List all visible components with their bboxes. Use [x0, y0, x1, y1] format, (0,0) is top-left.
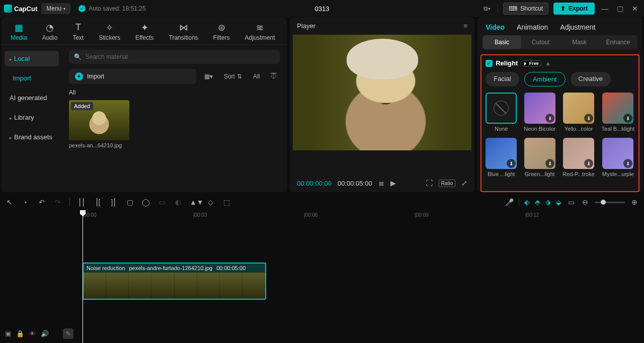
snap-edge-icon[interactable]: ⬙	[556, 198, 561, 206]
relight-tab-facial[interactable]: Facial	[486, 72, 519, 87]
snap-right-icon[interactable]: ⬗	[545, 198, 551, 206]
play-button[interactable]: ▶	[390, 179, 396, 187]
subtab-cutout[interactable]: Cutout	[521, 35, 560, 49]
media-side-nav: ▸Local Import AI generated ▸Library ▸Bra…	[2, 45, 62, 192]
reframe-tool[interactable]: ⬚	[222, 198, 231, 206]
relight-section: ✓ Relight ⏵ Free ▴ Facial Ambient Creati…	[480, 54, 639, 192]
preset-none[interactable]: None	[486, 93, 517, 132]
timeline: ▣ 🔒 👁 🔊 ✎ |00:00 |00:03 |00:06 |00:09 |0…	[0, 210, 644, 343]
preset-green-light[interactable]: ⬇Green...light	[524, 138, 555, 177]
track-mute-icon[interactable]: 🔊	[41, 330, 49, 337]
snap-center-icon[interactable]: ⬘	[535, 198, 540, 206]
project-name[interactable]: 0313	[315, 5, 330, 13]
split-right-tool[interactable]: ]⎮	[109, 198, 118, 206]
search-input[interactable]: 🔍 Search material	[69, 50, 280, 64]
sidebar-item-import[interactable]: Import	[5, 70, 59, 86]
playhead[interactable]	[83, 210, 83, 343]
tab-audio[interactable]: ◔Audio	[40, 21, 60, 42]
tab-media[interactable]: ▦Media	[9, 21, 29, 42]
tab-adjustment[interactable]: ≋Adjustment	[243, 21, 277, 42]
maximize-button[interactable]: ▢	[615, 5, 625, 13]
fullscreen-icon[interactable]: ⤢	[461, 179, 467, 187]
player-menu-icon[interactable]: ≡	[464, 22, 468, 30]
collapse-icon[interactable]: ▴	[546, 59, 550, 67]
mask-tool[interactable]: ◯	[141, 198, 150, 206]
sidebar-item-library[interactable]: ▸Library	[5, 110, 59, 125]
subtab-enhance[interactable]: Enhance	[599, 35, 637, 49]
view-mode-button[interactable]: ▦▾	[201, 71, 216, 82]
preset-teal-backlight[interactable]: ⬇Teal B...klight	[602, 93, 634, 132]
relight-tab-creative[interactable]: Creative	[571, 72, 611, 87]
tab-stickers[interactable]: ✧Stickers	[97, 21, 122, 42]
zoom-slider[interactable]	[595, 202, 625, 203]
text-icon: T	[75, 22, 81, 32]
speed-tool[interactable]: ◐	[174, 198, 183, 206]
tab-effects[interactable]: ✦Effects	[133, 21, 155, 42]
clip-badge: Noise reduction	[87, 265, 125, 271]
layout-icon[interactable]: ⧉▾	[481, 4, 493, 13]
preset-yellow-color[interactable]: ⬇Yello...color	[562, 93, 594, 132]
zoom-in-icon[interactable]: ⊕	[630, 198, 639, 206]
relight-tab-ambient[interactable]: Ambient	[524, 72, 566, 87]
time-ruler[interactable]: |00:00 |00:03 |00:06 |00:09 |00:12	[78, 210, 644, 222]
undo-button[interactable]: ↶	[37, 198, 46, 206]
rotate-tool[interactable]: ◇	[206, 198, 215, 206]
sidebar-item-brand[interactable]: ▸Brand assets	[5, 129, 59, 145]
check-icon: ✓	[78, 5, 86, 12]
sort-button[interactable]: Sort ⇅	[221, 71, 245, 82]
clip-thumbnails	[84, 273, 265, 299]
tab-adjustment-right[interactable]: Adjustment	[560, 23, 595, 31]
keyboard-icon: ⌨	[509, 5, 517, 12]
autosave-status: ✓ Auto saved: 18:51:25	[78, 5, 145, 12]
tab-video[interactable]: Video	[486, 23, 505, 31]
subtab-mask[interactable]: Mask	[560, 35, 599, 49]
download-icon: ⬇	[507, 159, 516, 168]
close-button[interactable]: ✕	[630, 5, 640, 13]
video-preview[interactable]	[293, 35, 471, 150]
filter-all-button[interactable]: All	[250, 71, 263, 82]
minimize-button[interactable]: —	[600, 5, 610, 13]
media-thumbnail[interactable]: Added pexels-an...64210.jpg	[69, 100, 129, 148]
display-icon[interactable]: ▭	[567, 198, 576, 206]
timeline-tracks[interactable]: |00:00 |00:03 |00:06 |00:09 |00:12 Noise…	[78, 210, 644, 343]
import-button[interactable]: + Import	[69, 69, 196, 84]
pointer-tool[interactable]: ↖	[5, 198, 14, 206]
sidebar-item-ai[interactable]: AI generated	[5, 90, 59, 106]
timeline-clip[interactable]: Noise reduction pexels-andre-furtado-126…	[83, 263, 266, 300]
ratio-button[interactable]: Ratio	[439, 180, 455, 187]
preset-blue-light[interactable]: ⬇Blue ...light	[486, 138, 517, 177]
filter-icon-button[interactable]: ⏁	[268, 71, 280, 82]
preset-red-stroke[interactable]: ⬇Red-P...troke	[562, 138, 594, 177]
crop-tool[interactable]: ▢	[125, 198, 134, 206]
zoom-out-icon[interactable]: ⊖	[581, 198, 590, 206]
shortcut-button[interactable]: ⌨ Shortcut	[503, 3, 548, 15]
subtab-basic[interactable]: Basic	[482, 35, 521, 49]
track-lock-icon[interactable]: 🔒	[16, 330, 24, 337]
tab-animation[interactable]: Animation	[517, 23, 548, 31]
tab-text[interactable]: TText	[70, 21, 86, 42]
relight-checkbox[interactable]: ✓	[486, 60, 493, 67]
mic-icon[interactable]: 🎤	[505, 198, 514, 206]
list-icon[interactable]: ≣	[378, 179, 384, 187]
sidebar-item-local[interactable]: ▸Local	[5, 51, 59, 66]
shortcut-label: Shortcut	[520, 5, 543, 12]
mirror-tool[interactable]: ▲▼	[190, 198, 199, 206]
tab-transitions[interactable]: ⋈Transitions	[167, 21, 200, 42]
group-tool[interactable]: ▭	[157, 198, 167, 206]
split-tool[interactable]: ⎮⎮	[77, 198, 86, 206]
preset-mystic-purple[interactable]: ⬇Myste...urple	[602, 138, 634, 177]
focus-icon[interactable]: ⛶	[426, 179, 433, 187]
app-logo: CapCut	[4, 5, 37, 13]
split-left-tool[interactable]: ⎮[	[93, 198, 102, 206]
redo-button[interactable]: ↷	[53, 198, 62, 206]
free-badge: ⏵ Free	[521, 60, 541, 66]
track-add-icon[interactable]: ▣	[5, 330, 11, 337]
pen-icon[interactable]: ✎	[63, 328, 73, 339]
menu-button[interactable]: Menu ▾	[41, 3, 70, 14]
pointer-dropdown[interactable]: ▾	[21, 200, 30, 205]
snap-left-icon[interactable]: ⬖	[524, 198, 530, 206]
export-button[interactable]: ⬆ Export	[553, 3, 595, 15]
tab-filters[interactable]: ⊜Filters	[211, 21, 232, 42]
preset-neon-bicolor[interactable]: ⬇Neon Bicolor	[524, 93, 555, 132]
track-eye-icon[interactable]: 👁	[29, 330, 36, 337]
